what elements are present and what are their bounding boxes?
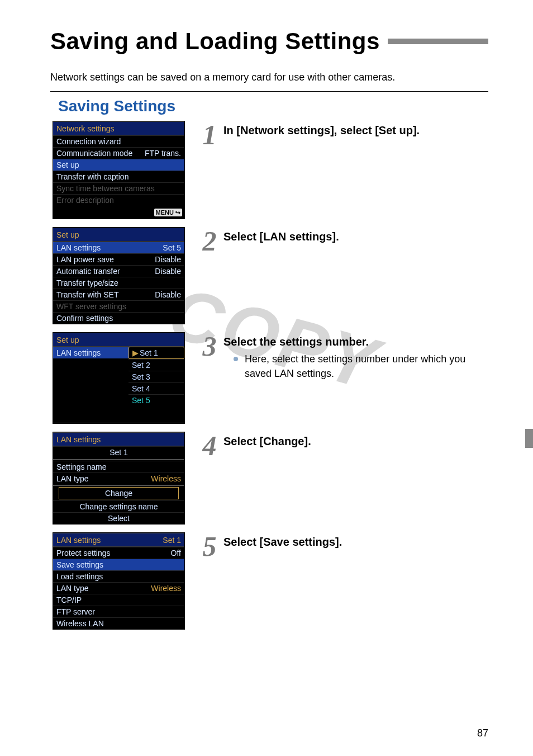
step-4: LAN settings Set 1 Settings name LAN typ… bbox=[50, 432, 488, 525]
side-tab bbox=[525, 429, 533, 448]
step-number: 4 bbox=[196, 432, 223, 460]
bullet-icon bbox=[234, 357, 238, 361]
menu-button-selected: Change bbox=[59, 487, 179, 499]
cam-title: Set up bbox=[53, 333, 184, 347]
menu-item: Transfer with SET bbox=[56, 290, 155, 299]
step-bullet: Here, select the settings number under w… bbox=[223, 352, 488, 381]
step-number: 5 bbox=[196, 532, 223, 560]
cam-rule bbox=[53, 423, 184, 423]
step-2: Set up LAN settingsSet 5 LAN power saveD… bbox=[50, 227, 488, 324]
step-title: In [Network settings], select [Set up]. bbox=[223, 124, 488, 137]
option: Set 2 bbox=[129, 359, 184, 371]
menu-item: Transfer type/size bbox=[56, 278, 181, 287]
menu-item: Confirm settings bbox=[56, 314, 181, 323]
step-number: 2 bbox=[196, 227, 223, 255]
menu-item: Settings name bbox=[56, 462, 181, 471]
cam-screenshot-5: LAN settingsSet 1 Protect settingsOff Sa… bbox=[53, 532, 185, 630]
option-selected: ▶Set 1 bbox=[129, 347, 184, 359]
step-5: LAN settingsSet 1 Protect settingsOff Sa… bbox=[50, 532, 488, 630]
menu-item: TCP/IP bbox=[56, 596, 181, 604]
cam-screenshot-2: Set up LAN settingsSet 5 LAN power saveD… bbox=[53, 227, 185, 324]
intro-text: Network settings can be saved on a memor… bbox=[50, 72, 488, 83]
option: Set 5 bbox=[129, 394, 184, 406]
return-icon: ↩ bbox=[175, 209, 180, 216]
step-title: Select the settings number. bbox=[223, 336, 488, 348]
menu-button: Select bbox=[53, 512, 184, 524]
cam-subtitle: Set 1 bbox=[53, 446, 184, 458]
title-bar-icon bbox=[388, 39, 488, 44]
cam-title: Set up bbox=[53, 228, 184, 242]
cam-title: LAN settings bbox=[53, 432, 184, 446]
caret-icon: ▶ bbox=[132, 348, 139, 357]
cam-footer: MENU ↩ bbox=[53, 206, 184, 219]
menu-item: FTP server bbox=[56, 607, 181, 616]
menu-item: Automatic transfer bbox=[56, 267, 155, 276]
cam-title: Network settings bbox=[53, 121, 184, 135]
menu-item-selected: Set up bbox=[56, 160, 181, 169]
menu-button: Change settings name bbox=[53, 500, 184, 512]
menu-item: LAN type bbox=[56, 584, 151, 593]
page-title-row: Saving and Loading Settings bbox=[50, 28, 488, 55]
menu-item: Connection wizard bbox=[56, 137, 181, 146]
menu-item-disabled: Error description bbox=[56, 196, 181, 205]
step-title: Select [LAN settings]. bbox=[223, 230, 488, 243]
page-number: 87 bbox=[477, 727, 488, 739]
menu-item: Wireless LAN bbox=[56, 619, 181, 628]
step-title: Select [Change]. bbox=[223, 435, 488, 448]
section-heading: Saving Settings bbox=[58, 97, 488, 115]
menu-badge: MENU ↩ bbox=[154, 209, 182, 216]
menu-item-selected: Save settings bbox=[56, 560, 181, 569]
cam-screenshot-3: Set up LAN settings ▶Set 1 Set 2 Set 3 S… bbox=[53, 332, 185, 424]
menu-item-disabled: Sync time between cameras bbox=[56, 184, 181, 193]
page-title: Saving and Loading Settings bbox=[50, 28, 380, 55]
option: Set 3 bbox=[129, 371, 184, 382]
menu-item: Load settings bbox=[56, 572, 181, 581]
section-rule bbox=[50, 91, 488, 92]
menu-item: LAN type bbox=[56, 474, 151, 483]
cam-title: LAN settingsSet 1 bbox=[53, 533, 184, 547]
menu-item: Protect settings bbox=[56, 549, 171, 557]
step-3: Set up LAN settings ▶Set 1 Set 2 Set 3 S… bbox=[50, 332, 488, 424]
step-title: Select [Save settings]. bbox=[223, 536, 488, 549]
menu-item: Transfer with caption bbox=[56, 172, 181, 181]
menu-item-disabled: WFT server settings bbox=[56, 302, 181, 311]
menu-item: Communication mode bbox=[56, 149, 145, 158]
option: Set 4 bbox=[129, 382, 184, 394]
step-number: 1 bbox=[196, 121, 223, 149]
menu-item-selected: LAN settings bbox=[56, 348, 125, 357]
step-number: 3 bbox=[196, 332, 223, 360]
cam-screenshot-4: LAN settings Set 1 Settings name LAN typ… bbox=[53, 432, 185, 525]
cam-screenshot-1: Network settings Connection wizard Commu… bbox=[53, 121, 185, 219]
menu-item: LAN power save bbox=[56, 255, 155, 264]
step-1: Network settings Connection wizard Commu… bbox=[50, 121, 488, 219]
menu-item-selected: LAN settings bbox=[56, 243, 163, 252]
